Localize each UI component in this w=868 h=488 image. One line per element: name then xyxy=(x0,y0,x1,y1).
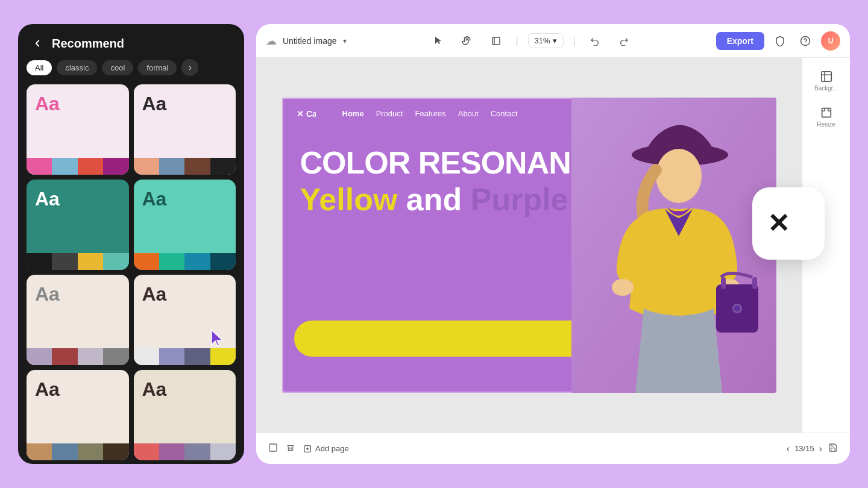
panel-header: Recommend xyxy=(18,24,244,59)
divider: | xyxy=(515,36,518,46)
add-page-button[interactable]: Add page xyxy=(303,444,349,453)
capcut-floating-logo: ✕ xyxy=(752,187,825,260)
svg-point-10 xyxy=(612,279,634,296)
canvas-area: ✕ CapCut Home Product Features About Con… xyxy=(256,58,802,433)
prev-page-button[interactable]: ‹ xyxy=(787,443,790,454)
filter-all[interactable]: All xyxy=(27,60,52,75)
hero-text-area: COLOR RESONANCE Yellow and Purple xyxy=(300,146,613,217)
canvas-content[interactable]: ✕ CapCut Home Product Features About Con… xyxy=(282,98,776,393)
color-swatches xyxy=(27,348,129,365)
panel-title: Recommend xyxy=(52,37,124,51)
swatch xyxy=(184,253,210,270)
filter-formal[interactable]: formal xyxy=(138,60,177,75)
subtitle-yellow: Yellow xyxy=(300,182,398,217)
color-swatches xyxy=(134,158,236,175)
swatch xyxy=(159,443,184,460)
filter-classic[interactable]: classic xyxy=(57,60,97,75)
swatch xyxy=(134,253,159,270)
filter-more-button[interactable]: › xyxy=(181,59,198,76)
save-bottom-icon[interactable] xyxy=(828,443,838,455)
filter-cool[interactable]: cool xyxy=(102,60,133,75)
color-swatches xyxy=(27,158,129,175)
redo-button[interactable] xyxy=(614,31,634,51)
swatch xyxy=(52,348,77,365)
filter-row: All classic cool formal › xyxy=(18,59,244,84)
back-button[interactable] xyxy=(29,35,46,52)
svg-rect-14 xyxy=(752,277,757,289)
style-cards-grid: Aa Aa Aa xyxy=(18,84,244,460)
user-avatar[interactable]: U xyxy=(821,31,840,51)
swatch xyxy=(210,158,236,175)
swatch xyxy=(27,348,52,365)
background-tool[interactable]: Backgr... xyxy=(805,65,848,96)
swatch xyxy=(78,158,103,175)
nav-link-home: Home xyxy=(342,109,364,118)
bottom-left: Add page xyxy=(268,443,349,455)
card-aa-label: Aa xyxy=(27,180,129,253)
card-aa-label: Aa xyxy=(134,84,236,158)
card-aa-label: Aa xyxy=(27,370,129,443)
swatch xyxy=(103,253,128,270)
nav-link-contact: Contact xyxy=(491,109,518,118)
shield-icon[interactable] xyxy=(770,31,790,51)
toolbar-center: | 31% ▾ | xyxy=(354,31,709,51)
subtitle-and: and xyxy=(406,182,471,217)
cloud-icon: ☁ xyxy=(266,34,277,48)
trash-icon[interactable] xyxy=(286,443,295,455)
svg-point-9 xyxy=(656,149,702,203)
style-card-2[interactable]: Aa xyxy=(134,84,236,175)
swatch xyxy=(52,158,77,175)
swatch xyxy=(27,443,52,460)
canvas-subtitle: Yellow and Purple xyxy=(300,183,613,217)
svg-rect-18 xyxy=(821,72,831,82)
style-card-1[interactable]: Aa xyxy=(27,84,129,175)
swatch xyxy=(52,443,77,460)
svg-text:✕: ✕ xyxy=(767,208,790,238)
color-swatches xyxy=(134,443,236,460)
swatch xyxy=(78,348,103,365)
style-card-8[interactable]: Aa xyxy=(134,370,236,460)
card-aa-label: Aa xyxy=(134,180,236,253)
swatch xyxy=(210,443,236,460)
editor-panel: ☁ Untitled image ▾ | xyxy=(256,24,850,464)
style-card-5[interactable]: Aa xyxy=(27,275,129,365)
file-name[interactable]: Untitled image xyxy=(283,36,337,46)
canvas-title: COLOR RESONANCE xyxy=(300,146,613,180)
cursor-icon xyxy=(209,329,226,351)
frame-bottom-icon[interactable] xyxy=(268,443,278,455)
style-card-4[interactable]: Aa xyxy=(134,180,236,270)
zoom-value: 31% xyxy=(535,36,550,45)
frame-tool-button[interactable] xyxy=(486,31,506,51)
page-nav: ‹ 13/15 › xyxy=(787,443,822,454)
style-card-3[interactable]: Aa xyxy=(27,180,129,270)
swatch xyxy=(134,348,159,365)
left-panel: Recommend All classic cool formal › Aa A… xyxy=(18,24,244,464)
zoom-control[interactable]: 31% ▾ xyxy=(528,33,564,48)
color-swatches xyxy=(27,443,129,460)
svg-rect-19 xyxy=(822,108,831,117)
style-card-7[interactable]: Aa xyxy=(27,370,129,460)
toolbar-left: ☁ Untitled image ▾ xyxy=(266,34,347,48)
hand-tool-button[interactable] xyxy=(458,31,477,51)
background-tool-label: Backgr... xyxy=(814,85,838,92)
undo-button[interactable] xyxy=(585,31,605,51)
filename-dropdown-icon[interactable]: ▾ xyxy=(343,37,347,45)
svg-text:✕ CapCut: ✕ CapCut xyxy=(297,109,316,119)
color-swatches xyxy=(27,253,129,270)
toolbar-right: Export U xyxy=(716,31,840,51)
zoom-dropdown-icon: ▾ xyxy=(553,36,557,45)
svg-rect-2 xyxy=(492,37,500,45)
card-aa-label: Aa xyxy=(27,275,129,348)
export-button[interactable]: Export xyxy=(716,32,764,50)
swatch xyxy=(103,348,128,365)
resize-tool[interactable]: Resize xyxy=(805,101,848,133)
subtitle-purple: Purple xyxy=(471,182,568,217)
style-card-6[interactable]: Aa xyxy=(134,275,236,365)
next-page-button[interactable]: › xyxy=(819,443,822,454)
swatch xyxy=(103,443,128,460)
swatch xyxy=(159,253,184,270)
divider2: | xyxy=(573,36,576,46)
help-icon[interactable] xyxy=(796,31,815,51)
select-tool-button[interactable] xyxy=(429,31,448,51)
resize-tool-label: Resize xyxy=(817,121,835,128)
